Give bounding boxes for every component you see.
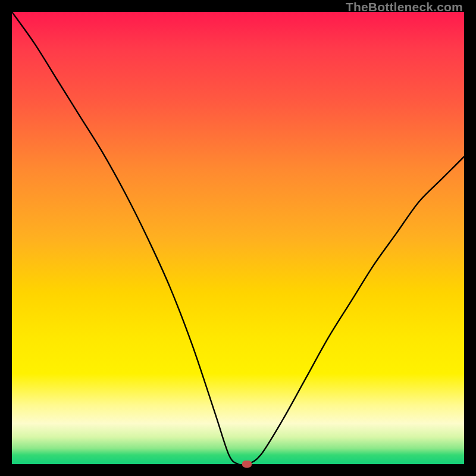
optimal-point-marker: [242, 461, 252, 468]
bottleneck-curve-path: [12, 12, 464, 464]
curve-svg: [12, 12, 464, 464]
chart-frame: TheBottleneck.com: [0, 0, 476, 476]
plot-area: [12, 12, 464, 464]
